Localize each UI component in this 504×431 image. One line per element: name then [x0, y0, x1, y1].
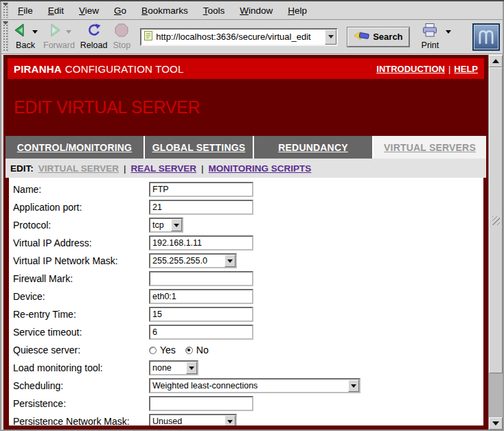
stop-button[interactable]: Stop: [110, 22, 133, 51]
page-bookmark-icon[interactable]: [144, 30, 153, 44]
reload-button[interactable]: Reload: [78, 22, 111, 51]
url-history-dropdown[interactable]: [325, 30, 336, 45]
link-separator: |: [448, 64, 450, 74]
tab-control-monitoring[interactable]: CONTROL/MONITORING: [5, 136, 144, 159]
field-label: Device:: [13, 291, 149, 302]
brand-name: PIRANHA: [14, 63, 62, 75]
back-label: Back: [16, 40, 35, 50]
tab-redundancy[interactable]: REDUNDANCY: [254, 136, 372, 159]
subnav-separator: |: [201, 163, 204, 174]
scheduling-select[interactable]: Weighted least-connections: [149, 378, 360, 393]
chevron-down-icon: [348, 380, 359, 392]
scroll-up-button[interactable]: [489, 55, 503, 67]
persistence-input[interactable]: [149, 396, 253, 411]
scroll-down-button[interactable]: [489, 417, 503, 430]
menu-bookmarks[interactable]: Bookmarks: [134, 3, 196, 19]
virtual-ip-input[interactable]: [149, 235, 253, 251]
device-input[interactable]: [149, 289, 253, 304]
subnav-prefix: EDIT:: [10, 163, 34, 174]
piranha-header-bar: PIRANHA CONFIGURATION TOOL INTRODUCTION …: [8, 58, 484, 79]
chevron-down-icon: [171, 219, 182, 231]
persistence-netmask-select[interactable]: Unused: [149, 414, 237, 426]
form-row-scheduling: Scheduling: Weighted least-connections: [9, 377, 483, 395]
form-row-quiesce-server: Quiesce server: Yes No: [9, 341, 483, 359]
browser-viewport: PIRANHA CONFIGURATION TOOL INTRODUCTION …: [3, 55, 488, 430]
form-row-service-timeout: Service timeout:: [9, 323, 483, 341]
quiesce-no-label: No: [196, 345, 209, 356]
form-row-persistence: Persistence:: [9, 395, 483, 412]
vertical-scrollbar[interactable]: [488, 55, 503, 430]
toolbar-grippy[interactable]: [3, 3, 8, 18]
chevron-down-icon: [225, 255, 236, 267]
forward-icon: [47, 23, 62, 40]
chevron-down-icon: [225, 415, 236, 426]
firewall-mark-input[interactable]: [149, 271, 253, 286]
real-server-link[interactable]: REAL SERVER: [131, 163, 197, 174]
field-label: Re-entry Time:: [13, 309, 149, 320]
form-row-virtual-ip-netmask: Virtual IP Network Mask: 255.255.255.0: [9, 252, 483, 270]
help-link[interactable]: HELP: [454, 64, 478, 74]
service-timeout-input[interactable]: [149, 325, 253, 340]
toolbar-grippy[interactable]: [3, 21, 8, 52]
forward-button[interactable]: Forward: [41, 22, 78, 51]
back-icon: [13, 23, 28, 40]
quiesce-no-radio[interactable]: [185, 347, 193, 354]
field-label: Persistence:: [13, 398, 149, 409]
tab-bar: CONTROL/MONITORING GLOBAL SETTINGS REDUN…: [5, 136, 486, 159]
menu-window[interactable]: Window: [232, 3, 280, 19]
forward-dropdown-icon[interactable]: [66, 30, 71, 36]
print-button[interactable]: Print: [419, 22, 442, 51]
arrow-up-icon: [492, 56, 499, 63]
chevron-down-icon: [186, 362, 197, 374]
stop-label: Stop: [113, 40, 130, 50]
form-row-persistence-netmask: Persistence Network Mask: Unused: [9, 412, 483, 426]
subnav-virtual-server-current: VIRTUAL SERVER: [38, 163, 119, 174]
mozilla-logo[interactable]: [472, 23, 500, 51]
tab-global-settings[interactable]: GLOBAL SETTINGS: [145, 136, 253, 159]
scrollbar-grip-icon: [492, 216, 500, 225]
search-button[interactable]: Search: [347, 27, 409, 47]
menu-edit[interactable]: Edit: [41, 3, 71, 19]
print-dropdown-icon[interactable]: [446, 30, 451, 36]
field-label: Quiesce server:: [13, 345, 149, 356]
menu-bar: File Edit View Go Bookmarks Tools Window…: [1, 1, 503, 20]
menu-go[interactable]: Go: [106, 3, 134, 19]
field-label: Persistence Network Mask:: [13, 416, 149, 426]
form-row-protocol: Protocol: tcp: [9, 216, 483, 234]
scrollbar-thumb[interactable]: [489, 67, 503, 373]
menu-tools[interactable]: Tools: [196, 3, 233, 19]
scrollbar-trough[interactable]: [489, 373, 503, 417]
field-label: Protocol:: [13, 220, 149, 231]
reentry-time-input[interactable]: [149, 307, 253, 322]
edit-subnav: EDIT: VIRTUAL SERVER | REAL SERVER | MON…: [5, 159, 486, 178]
field-label: Application port:: [13, 202, 149, 213]
virtual-server-form: Name: Application port: Protocol: tcp Vi…: [9, 178, 483, 426]
forward-label: Forward: [43, 40, 75, 50]
menu-view[interactable]: View: [71, 3, 106, 19]
quiesce-yes-radio[interactable]: [149, 347, 157, 354]
form-row-load-monitoring: Load monitoring tool: none: [9, 359, 483, 377]
menu-help[interactable]: Help: [280, 3, 314, 19]
form-row-virtual-ip: Virtual IP Address:: [9, 234, 483, 252]
back-button[interactable]: Back: [10, 22, 41, 51]
protocol-select[interactable]: tcp: [149, 218, 183, 233]
subnav-separator: |: [124, 163, 126, 174]
quiesce-yes-label: Yes: [160, 345, 176, 356]
monitoring-scripts-link[interactable]: MONITORING SCRIPTS: [209, 163, 312, 174]
virtual-ip-netmask-select[interactable]: 255.255.255.0: [149, 253, 237, 268]
field-label: Service timeout:: [13, 327, 149, 338]
form-row-reentry-time: Re-entry Time:: [9, 305, 483, 323]
field-label: Firewall Mark:: [13, 273, 149, 284]
back-dropdown-icon[interactable]: [32, 30, 38, 36]
application-port-input[interactable]: [149, 200, 253, 215]
tab-virtual-servers[interactable]: VIRTUAL SERVERS: [374, 136, 486, 159]
introduction-link[interactable]: INTRODUCTION: [376, 64, 445, 74]
url-input[interactable]: [154, 30, 325, 44]
menu-file[interactable]: File: [10, 3, 41, 19]
print-icon: [422, 23, 438, 40]
print-label: Print: [422, 40, 439, 50]
form-row-name: Name:: [9, 180, 483, 198]
form-row-firewall-mark: Firewall Mark:: [9, 270, 483, 288]
name-input[interactable]: [149, 182, 253, 197]
load-monitoring-select[interactable]: none: [149, 360, 198, 375]
